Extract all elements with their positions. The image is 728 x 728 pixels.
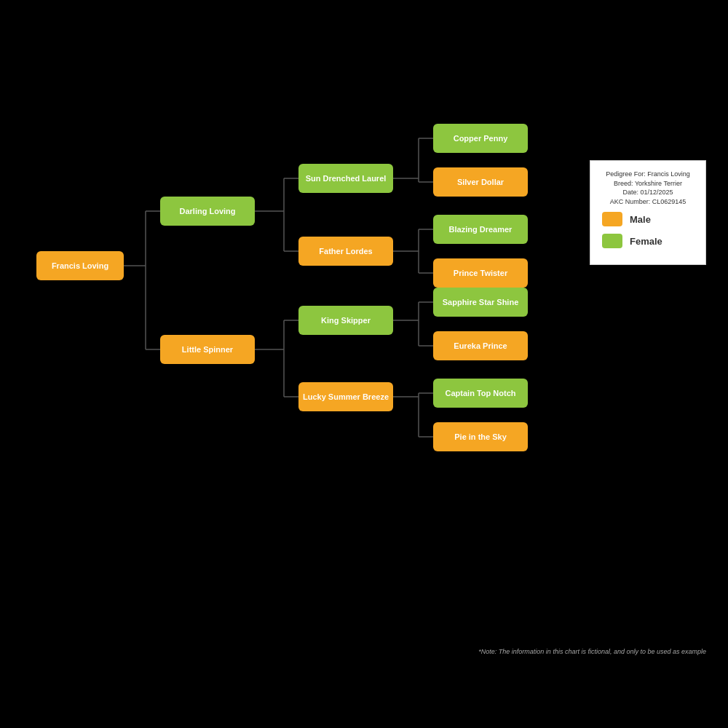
node-prince: Prince Twister bbox=[433, 258, 528, 288]
legend-female: Female bbox=[602, 234, 694, 248]
pedigree-chart: Francis Loving Darling Loving Little Spi… bbox=[22, 95, 575, 517]
footnote: *Note: The information in this chart is … bbox=[478, 648, 706, 655]
node-captain: Captain Top Notch bbox=[433, 379, 528, 408]
legend-male: Male bbox=[602, 212, 694, 226]
node-sapphire: Sapphire Star Shine bbox=[433, 288, 528, 317]
node-lucky: Lucky Summer Breeze bbox=[298, 382, 393, 411]
node-pie: Pie in the Sky bbox=[433, 422, 528, 451]
male-swatch bbox=[602, 212, 622, 226]
legend-male-label: Male bbox=[630, 214, 651, 225]
legend-box: Pedigree For: Francis Loving Breed: York… bbox=[590, 160, 706, 265]
node-blazing: Blazing Dreamer bbox=[433, 215, 528, 244]
node-sun: Sun Drenched Laurel bbox=[298, 164, 393, 193]
node-silver: Silver Dollar bbox=[433, 167, 528, 197]
node-root: Francis Loving bbox=[36, 251, 124, 280]
node-copper: Copper Penny bbox=[433, 124, 528, 153]
node-father: Father Lordes bbox=[298, 237, 393, 266]
female-swatch bbox=[602, 234, 622, 248]
node-darling: Darling Loving bbox=[160, 197, 255, 226]
legend-title: Pedigree For: Francis Loving Breed: York… bbox=[602, 170, 694, 206]
node-little: Little Spinner bbox=[160, 335, 255, 364]
legend-female-label: Female bbox=[630, 236, 662, 247]
node-eureka: Eureka Prince bbox=[433, 331, 528, 360]
node-king: King Skipper bbox=[298, 306, 393, 335]
